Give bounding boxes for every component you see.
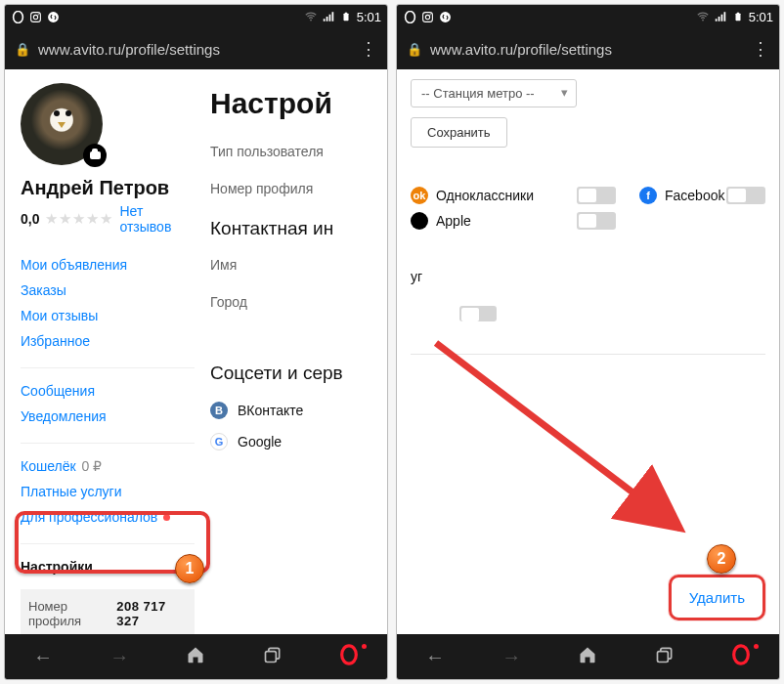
browser-bottom-bar: ← → — [5, 634, 387, 679]
social-connections: ok Одноклассники f Facebook A — [411, 187, 765, 230]
social-apple-row: Apple — [411, 212, 577, 230]
svg-point-16 — [702, 20, 704, 21]
svg-point-3 — [37, 14, 38, 15]
battery-icon — [731, 10, 745, 23]
toggle-ok[interactable] — [577, 187, 616, 204]
shazam-icon — [438, 10, 452, 23]
shazam-icon — [46, 10, 60, 23]
section-social: Соцсети и серв — [210, 363, 387, 384]
lock-icon: 🔒 — [407, 42, 422, 57]
social-vk-row: B ВКонтакте — [210, 402, 387, 419]
nav-favorites[interactable]: Избранное — [21, 328, 195, 354]
camera-icon[interactable] — [83, 144, 107, 167]
label-name: Имя — [210, 257, 387, 273]
annotation-highlight-2: Удалить — [669, 575, 765, 620]
kebab-menu-icon[interactable]: ⋮ — [752, 38, 769, 60]
nav-group-listings: Мои объявления Заказы Мои отзывы Избранн… — [21, 252, 195, 354]
svg-rect-17 — [735, 14, 740, 21]
wifi-icon — [696, 10, 710, 23]
metro-select[interactable]: -- Станция метро -- — [411, 79, 577, 107]
nav-reviews[interactable]: Мои отзывы — [21, 303, 195, 328]
back-icon[interactable]: ← — [23, 646, 63, 668]
profile-number-label: Номер профиля — [28, 599, 116, 628]
nav-settings[interactable]: Настройки — [21, 554, 195, 579]
svg-point-13 — [425, 15, 429, 19]
wifi-icon — [304, 10, 318, 23]
nav-my-ads[interactable]: Мои объявления — [21, 252, 195, 278]
nav-group-comm: Сообщения Уведомления — [21, 367, 195, 429]
label-city: Город — [210, 294, 387, 310]
notification-dot-icon — [754, 644, 759, 649]
delete-button[interactable]: Удалить — [675, 583, 759, 612]
svg-point-4 — [48, 12, 59, 22]
nav-pro[interactable]: Для профессионалов — [21, 504, 195, 530]
page-title: Настрой — [210, 87, 387, 120]
nav-wallet-label: Кошелёк — [21, 458, 76, 474]
svg-point-0 — [13, 11, 22, 22]
tabs-icon[interactable] — [645, 645, 684, 669]
phone-left: 5:01 🔒 www.avito.ru/profile/settings ⋮ А… — [4, 4, 388, 680]
tabs-icon[interactable] — [253, 645, 292, 669]
no-reviews-link[interactable]: Нет отзывов — [119, 203, 195, 235]
battery-icon — [339, 10, 353, 23]
user-name: Андрей Петров — [21, 177, 195, 199]
annotation-badge-2: 2 — [707, 544, 736, 574]
vk-icon: B — [210, 402, 228, 419]
social-fb-label: Facebook — [665, 188, 724, 203]
svg-rect-6 — [343, 14, 348, 21]
clock: 5:01 — [749, 10, 773, 24]
nav-notifications[interactable]: Уведомления — [21, 404, 195, 429]
profile-number-value: 208 717 327 — [116, 599, 187, 628]
svg-rect-21 — [657, 651, 668, 662]
url-text: www.avito.ru/profile/settings — [430, 41, 744, 58]
toggle-service[interactable] — [459, 306, 497, 321]
nav-orders[interactable]: Заказы — [21, 278, 195, 303]
social-fb-row: f Facebook — [639, 187, 724, 204]
nav-wallet[interactable]: Кошелёк 0 ₽ — [21, 453, 195, 479]
instagram-icon — [28, 10, 42, 23]
opera-menu-icon[interactable] — [329, 644, 369, 670]
nav-group-money: Кошелёк 0 ₽ Платные услуги Для профессио… — [21, 443, 195, 530]
ok-icon: ok — [411, 187, 428, 204]
nav-group-settings: Настройки — [21, 543, 195, 579]
page-content: Андрей Петров 0,0 ★★★★★ Нет отзывов Мои … — [5, 69, 387, 634]
nav-paid[interactable]: Платные услуги — [21, 479, 195, 504]
apple-icon — [411, 212, 428, 230]
lock-icon: 🔒 — [15, 42, 30, 57]
svg-point-15 — [440, 12, 451, 22]
annotation-arrow — [397, 69, 779, 634]
profile-number-box: Номер профиля 208 717 327 — [21, 589, 195, 634]
rating-row: 0,0 ★★★★★ Нет отзывов — [21, 203, 195, 235]
svg-point-5 — [310, 20, 312, 21]
back-icon[interactable]: ← — [415, 646, 455, 668]
browser-bottom-bar: ← → — [397, 634, 779, 679]
opera-menu-icon[interactable] — [721, 644, 761, 670]
settings-main: Настрой Тип пользователя Номер профиля К… — [210, 69, 387, 634]
url-bar[interactable]: 🔒 www.avito.ru/profile/settings ⋮ — [5, 28, 387, 69]
save-button[interactable]: Сохранить — [411, 117, 507, 148]
social-apple-label: Apple — [436, 213, 471, 229]
opera-icon — [11, 10, 24, 23]
home-icon[interactable] — [568, 645, 607, 669]
status-bar: 5:01 — [397, 5, 779, 28]
home-icon[interactable] — [176, 645, 215, 669]
rating-stars: ★★★★★ — [45, 210, 113, 228]
svg-rect-1 — [30, 12, 40, 21]
facebook-icon: f — [639, 187, 657, 204]
kebab-menu-icon[interactable]: ⋮ — [360, 38, 377, 60]
url-bar[interactable]: 🔒 www.avito.ru/profile/settings ⋮ — [397, 28, 779, 69]
toggle-apple[interactable] — [577, 212, 616, 230]
svg-point-2 — [33, 15, 37, 19]
toggle-fb[interactable] — [726, 187, 765, 204]
signal-icon — [322, 10, 335, 23]
url-text: www.avito.ru/profile/settings — [38, 41, 352, 58]
svg-point-22 — [734, 645, 749, 663]
svg-rect-7 — [344, 13, 347, 14]
social-vk-label: ВКонтакте — [238, 403, 303, 418]
social-ok-label: Одноклассники — [436, 188, 534, 203]
label-profile-num: Номер профиля — [210, 181, 387, 196]
nav-messages[interactable]: Сообщения — [21, 378, 195, 404]
avatar-wrap[interactable] — [21, 83, 103, 165]
social-ok-row: ok Одноклассники — [411, 187, 577, 204]
profile-sidebar: Андрей Петров 0,0 ★★★★★ Нет отзывов Мои … — [5, 69, 210, 634]
